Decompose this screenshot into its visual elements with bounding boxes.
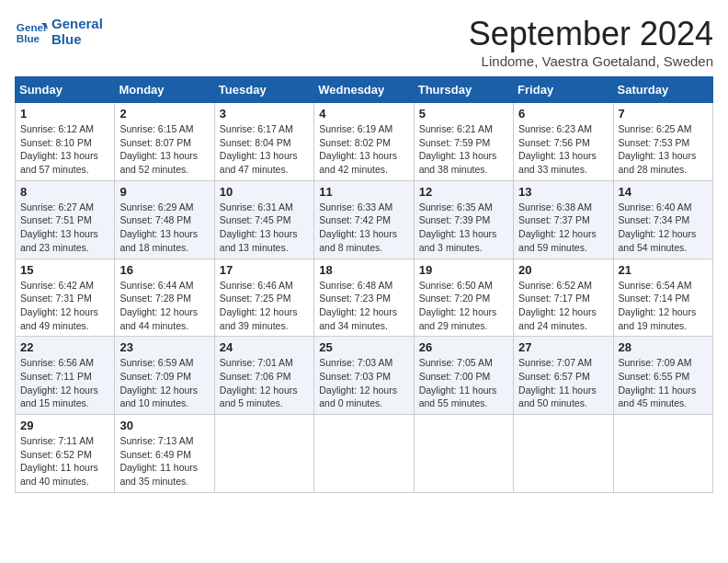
calendar-week-row: 29Sunrise: 7:11 AMSunset: 6:52 PMDayligh… [16,415,713,493]
day-number: 4 [319,107,408,121]
calendar-cell: 21Sunrise: 6:54 AMSunset: 7:14 PMDayligh… [613,259,712,337]
day-info: Sunrise: 7:09 AMSunset: 6:55 PMDaylight:… [619,356,708,410]
calendar-cell: 15Sunrise: 6:42 AMSunset: 7:31 PMDayligh… [16,259,115,337]
day-info: Sunrise: 7:11 AMSunset: 6:52 PMDaylight:… [20,434,109,488]
day-number: 19 [419,263,508,277]
calendar-cell: 13Sunrise: 6:38 AMSunset: 7:37 PMDayligh… [514,180,613,259]
day-info: Sunrise: 6:50 AMSunset: 7:20 PMDaylight:… [419,279,508,333]
day-number: 25 [319,340,408,354]
title-area: September 2024 Lindome, Vaestra Goetalan… [469,15,713,69]
logo-icon: General Blue [15,15,48,48]
day-number: 18 [319,263,408,277]
day-number: 8 [20,185,109,199]
calendar-cell: 14Sunrise: 6:40 AMSunset: 7:34 PMDayligh… [613,180,712,259]
day-info: Sunrise: 6:19 AMSunset: 8:02 PMDaylight:… [319,122,408,177]
day-info: Sunrise: 7:07 AMSunset: 6:57 PMDaylight:… [518,356,608,410]
day-number: 26 [419,340,508,354]
day-info: Sunrise: 7:13 AMSunset: 6:49 PMDaylight:… [119,434,209,488]
day-info: Sunrise: 6:54 AMSunset: 7:14 PMDaylight:… [619,279,708,333]
day-number: 16 [119,263,209,277]
day-number: 13 [518,185,608,199]
day-info: Sunrise: 6:27 AMSunset: 7:51 PMDaylight:… [20,201,109,255]
calendar-cell: 6Sunrise: 6:23 AMSunset: 7:56 PMDaylight… [514,103,613,181]
day-info: Sunrise: 6:40 AMSunset: 7:34 PMDaylight:… [619,201,708,255]
calendar-week-row: 15Sunrise: 6:42 AMSunset: 7:31 PMDayligh… [16,259,713,337]
weekday-header-sunday: Sunday [16,77,115,103]
day-info: Sunrise: 6:25 AMSunset: 7:53 PMDaylight:… [619,122,708,177]
day-number: 15 [20,263,109,277]
day-number: 9 [119,185,209,199]
day-number: 10 [220,185,309,199]
day-number: 5 [419,107,508,121]
day-number: 11 [319,185,408,199]
calendar-cell: 1Sunrise: 6:12 AMSunset: 8:10 PMDaylight… [16,103,115,181]
day-info: Sunrise: 7:05 AMSunset: 7:00 PMDaylight:… [419,356,508,410]
calendar-cell: 16Sunrise: 6:44 AMSunset: 7:28 PMDayligh… [115,259,214,337]
day-info: Sunrise: 6:17 AMSunset: 8:04 PMDaylight:… [220,122,309,177]
svg-text:Blue: Blue [17,32,40,44]
day-number: 6 [518,107,608,121]
calendar-cell: 9Sunrise: 6:29 AMSunset: 7:48 PMDaylight… [115,180,214,259]
calendar-cell: 5Sunrise: 6:21 AMSunset: 7:59 PMDaylight… [414,103,513,181]
calendar-cell: 10Sunrise: 6:31 AMSunset: 7:45 PMDayligh… [214,180,313,259]
calendar-cell [613,415,712,493]
day-number: 28 [619,340,708,354]
page-header: General Blue GeneralBlue September 2024 … [15,15,713,69]
calendar-cell: 19Sunrise: 6:50 AMSunset: 7:20 PMDayligh… [414,259,513,337]
calendar-cell: 29Sunrise: 7:11 AMSunset: 6:52 PMDayligh… [16,415,115,493]
day-number: 29 [20,419,109,432]
day-number: 12 [419,185,508,199]
day-number: 17 [220,263,309,277]
day-info: Sunrise: 7:01 AMSunset: 7:06 PMDaylight:… [220,356,309,410]
calendar-cell [214,415,313,493]
calendar-cell: 2Sunrise: 6:15 AMSunset: 8:07 PMDaylight… [115,103,214,181]
day-number: 23 [119,340,209,354]
calendar: SundayMondayTuesdayWednesdayThursdayFrid… [15,76,713,493]
day-info: Sunrise: 6:42 AMSunset: 7:31 PMDaylight:… [20,279,109,333]
calendar-cell: 17Sunrise: 6:46 AMSunset: 7:25 PMDayligh… [214,259,313,337]
calendar-cell: 18Sunrise: 6:48 AMSunset: 7:23 PMDayligh… [314,259,414,337]
month-title: September 2024 [469,15,713,53]
calendar-cell: 30Sunrise: 7:13 AMSunset: 6:49 PMDayligh… [115,415,214,493]
calendar-cell [414,415,513,493]
calendar-cell: 12Sunrise: 6:35 AMSunset: 7:39 PMDayligh… [414,180,513,259]
day-info: Sunrise: 6:59 AMSunset: 7:09 PMDaylight:… [119,356,209,410]
weekday-header-monday: Monday [115,77,214,103]
day-number: 20 [518,263,608,277]
day-info: Sunrise: 6:31 AMSunset: 7:45 PMDaylight:… [220,201,309,255]
location-title: Lindome, Vaestra Goetaland, Sweden [469,53,713,69]
day-info: Sunrise: 6:38 AMSunset: 7:37 PMDaylight:… [518,201,608,255]
day-info: Sunrise: 6:44 AMSunset: 7:28 PMDaylight:… [119,279,209,333]
calendar-cell: 28Sunrise: 7:09 AMSunset: 6:55 PMDayligh… [613,337,712,415]
weekday-header-saturday: Saturday [613,77,712,103]
calendar-cell: 4Sunrise: 6:19 AMSunset: 8:02 PMDaylight… [314,103,414,181]
day-number: 30 [119,419,209,432]
weekday-header-wednesday: Wednesday [314,77,414,103]
calendar-week-row: 1Sunrise: 6:12 AMSunset: 8:10 PMDaylight… [16,103,713,181]
day-info: Sunrise: 7:03 AMSunset: 7:03 PMDaylight:… [319,356,408,410]
day-info: Sunrise: 6:46 AMSunset: 7:25 PMDaylight:… [220,279,309,333]
day-info: Sunrise: 6:12 AMSunset: 8:10 PMDaylight:… [20,122,109,177]
day-info: Sunrise: 6:29 AMSunset: 7:48 PMDaylight:… [119,201,209,255]
calendar-cell: 24Sunrise: 7:01 AMSunset: 7:06 PMDayligh… [214,337,313,415]
calendar-cell: 22Sunrise: 6:56 AMSunset: 7:11 PMDayligh… [16,337,115,415]
calendar-cell: 26Sunrise: 7:05 AMSunset: 7:00 PMDayligh… [414,337,513,415]
day-number: 2 [119,107,209,121]
weekday-header-row: SundayMondayTuesdayWednesdayThursdayFrid… [16,77,713,103]
calendar-cell: 7Sunrise: 6:25 AMSunset: 7:53 PMDaylight… [613,103,712,181]
calendar-week-row: 22Sunrise: 6:56 AMSunset: 7:11 PMDayligh… [16,337,713,415]
calendar-cell: 20Sunrise: 6:52 AMSunset: 7:17 PMDayligh… [514,259,613,337]
logo-text: GeneralBlue [51,16,103,47]
calendar-cell: 11Sunrise: 6:33 AMSunset: 7:42 PMDayligh… [314,180,414,259]
day-info: Sunrise: 6:21 AMSunset: 7:59 PMDaylight:… [419,122,508,177]
weekday-header-tuesday: Tuesday [214,77,313,103]
day-number: 3 [220,107,309,121]
logo: General Blue GeneralBlue [15,15,103,48]
calendar-cell [514,415,613,493]
calendar-cell: 3Sunrise: 6:17 AMSunset: 8:04 PMDaylight… [214,103,313,181]
day-info: Sunrise: 6:56 AMSunset: 7:11 PMDaylight:… [20,356,109,410]
day-info: Sunrise: 6:48 AMSunset: 7:23 PMDaylight:… [319,279,408,333]
calendar-cell: 23Sunrise: 6:59 AMSunset: 7:09 PMDayligh… [115,337,214,415]
day-info: Sunrise: 6:52 AMSunset: 7:17 PMDaylight:… [518,279,608,333]
day-number: 21 [619,263,708,277]
